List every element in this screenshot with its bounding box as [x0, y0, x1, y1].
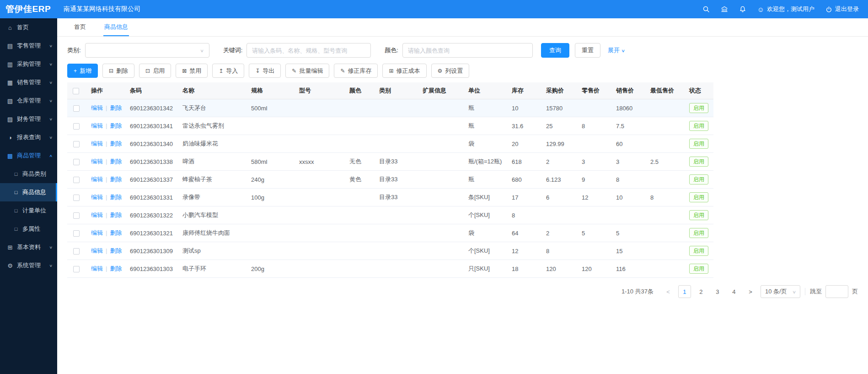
row-checkbox[interactable]	[73, 159, 80, 165]
fix-stock-button[interactable]: ✎修正库存	[334, 64, 378, 78]
cell-barcode: 6901236301338	[124, 153, 177, 171]
tab-1[interactable]: 商品信息	[103, 18, 129, 36]
sidebar-subitem-7-3[interactable]: □多属性	[0, 220, 57, 238]
bell-icon[interactable]	[739, 5, 746, 13]
column-header-5: 颜色	[344, 82, 374, 99]
import-button[interactable]: ↥导入	[212, 64, 244, 78]
column-settings-button[interactable]: ⚙列设置	[431, 64, 470, 78]
cell-name: 蜂蜜柚子茶	[177, 171, 246, 189]
batch-edit-button[interactable]: ✎批量编辑	[285, 64, 329, 78]
edit-link[interactable]: 编辑	[91, 122, 103, 129]
cell-model	[294, 189, 344, 206]
status-badge: 启用	[689, 157, 708, 167]
cell-barcode: 6901236301341	[124, 117, 177, 135]
row-checkbox[interactable]	[73, 123, 80, 130]
page-button-3[interactable]: 3	[711, 285, 724, 298]
delete-link[interactable]: 删除	[110, 122, 122, 129]
edit-link[interactable]: 编辑	[91, 140, 103, 147]
add-button[interactable]: +新增	[67, 64, 98, 78]
cell-ext	[417, 171, 463, 189]
cell-unit: 袋	[463, 135, 506, 153]
next-page-button[interactable]: >	[744, 285, 757, 298]
sidebar-subitem-7-0[interactable]: □商品类别	[0, 165, 57, 183]
delete-link[interactable]: 删除	[110, 265, 122, 272]
row-checkbox[interactable]	[73, 177, 80, 183]
link-separator: |	[106, 229, 107, 236]
sidebar-item-goods[interactable]: ▩商品管理∧	[0, 146, 57, 165]
delete-link[interactable]: 删除	[110, 194, 122, 201]
fix-cost-button[interactable]: ⊞修正成本	[382, 64, 426, 78]
edit-link[interactable]: 编辑	[91, 247, 103, 254]
edit-link[interactable]: 编辑	[91, 104, 103, 111]
sidebar-item-sales[interactable]: ▦销售管理∨	[0, 73, 57, 92]
sidebar-item-retail[interactable]: ▤零售管理∨	[0, 37, 57, 55]
cell-name: 录像带	[177, 189, 246, 206]
row-checkbox[interactable]	[73, 195, 80, 201]
select-all-checkbox[interactable]	[73, 88, 79, 94]
cell-name: 电子手环	[177, 260, 246, 278]
import-icon: ↥	[219, 68, 223, 74]
page-button-2[interactable]: 2	[695, 285, 707, 298]
edit-link[interactable]: 编辑	[91, 265, 103, 272]
prev-page-button[interactable]: <	[662, 285, 675, 298]
sidebar-item-finance[interactable]: ▨财务管理∨	[0, 110, 57, 128]
cell-retail: 3	[576, 153, 611, 171]
cell-category	[374, 135, 417, 153]
row-checkbox[interactable]	[73, 248, 80, 255]
delete-link[interactable]: 删除	[110, 104, 122, 111]
delete-link[interactable]: 删除	[110, 229, 122, 236]
sidebar-item-home[interactable]: ⌂首页	[0, 18, 57, 37]
report-icon: ◑	[6, 134, 14, 141]
sidebar-item-purchase[interactable]: ▥采购管理∨	[0, 55, 57, 73]
delete-link[interactable]: 删除	[110, 176, 122, 183]
cell-sale: 15	[611, 242, 645, 260]
edit-link[interactable]: 编辑	[91, 211, 103, 218]
sidebar-subitem-7-2[interactable]: □计量单位	[0, 201, 57, 220]
search-button[interactable]: 查询	[541, 43, 569, 58]
delete-button[interactable]: ⊟删除	[102, 64, 134, 78]
page-size-value: 10 条/页	[765, 287, 787, 296]
enable-button[interactable]: ⊡启用	[139, 64, 171, 78]
row-checkbox[interactable]	[73, 141, 80, 147]
cell-sale: 116	[611, 260, 645, 278]
sidebar-item-warehouse[interactable]: ▧仓库管理∨	[0, 92, 57, 110]
delete-link[interactable]: 删除	[110, 247, 122, 254]
jump-page-input[interactable]	[825, 285, 848, 298]
category-select[interactable]: ∨	[85, 43, 209, 58]
sidebar-subitem-7-1[interactable]: □商品信息	[0, 183, 57, 201]
reset-button[interactable]: 重置	[575, 43, 600, 58]
chevron-down-icon: ∨	[49, 62, 53, 66]
row-checkbox[interactable]	[73, 230, 80, 237]
edit-link[interactable]: 编辑	[91, 158, 103, 165]
disable-button[interactable]: ⊠禁用	[176, 64, 208, 78]
page-button-4[interactable]: 4	[728, 285, 740, 298]
edit-link[interactable]: 编辑	[91, 176, 103, 183]
sidebar-item-report[interactable]: ◑报表查询∨	[0, 128, 57, 146]
sidebar-item-system[interactable]: ⚙系统管理∨	[0, 256, 57, 275]
page-button-1[interactable]: 1	[678, 285, 691, 298]
page-size-select[interactable]: 10 条/页 ∨	[761, 285, 800, 298]
edit-link[interactable]: 编辑	[91, 194, 103, 201]
plus-icon: +	[74, 68, 77, 74]
color-input[interactable]	[402, 43, 533, 58]
search-icon[interactable]	[702, 5, 710, 13]
edit-link[interactable]: 编辑	[91, 229, 103, 236]
trash-icon: ⊟	[109, 68, 113, 74]
logout-button[interactable]: 退出登录	[825, 5, 859, 13]
row-checkbox[interactable]	[73, 266, 80, 272]
tab-0[interactable]: 首页	[73, 18, 87, 36]
sidebar-item-basic[interactable]: ⊞基本资料∨	[0, 238, 57, 256]
row-checkbox[interactable]	[73, 212, 80, 219]
row-checkbox[interactable]	[73, 105, 80, 112]
keyword-input[interactable]	[246, 43, 371, 58]
cell-barcode: 6901236301342	[124, 99, 177, 117]
product-table: 操作条码名称规格型号颜色类别扩展信息单位库存采购价零售价销售价最低售价状态 编辑…	[67, 82, 713, 278]
delete-link[interactable]: 删除	[110, 211, 122, 218]
delete-link[interactable]: 删除	[110, 140, 122, 147]
cell-min	[645, 135, 684, 153]
cell-model	[294, 242, 344, 260]
bank-icon[interactable]	[721, 5, 728, 13]
expand-link[interactable]: 展开 ∨	[608, 46, 625, 54]
export-button[interactable]: ↧导出	[249, 64, 281, 78]
delete-link[interactable]: 删除	[110, 158, 122, 165]
